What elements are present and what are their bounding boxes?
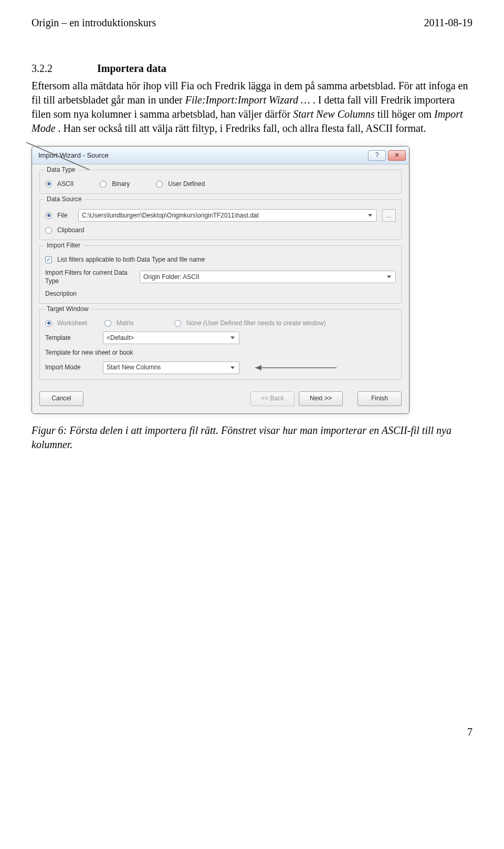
- file-path-value: C:\Users\lundburgerr\Desktop\Originkurs\…: [82, 211, 259, 220]
- radio-file[interactable]: [45, 212, 52, 219]
- section-title: Importera data: [97, 63, 166, 74]
- header-left: Origin – en introduktionskurs: [32, 16, 156, 30]
- label-description: Description: [45, 289, 134, 298]
- radio-binary-label: Binary: [112, 180, 130, 188]
- radio-userdef-label: User Defined: [168, 180, 205, 188]
- radio-ascii-label: ASCII: [57, 180, 74, 188]
- import-wizard-dialog: Import Wizard - Source ? ✕ Data Type ASC…: [32, 146, 410, 414]
- checkbox-list-filters-label: List filters applicable to both Data Typ…: [57, 255, 205, 264]
- dialog-figure: Import Wizard - Source ? ✕ Data Type ASC…: [32, 146, 472, 414]
- filters-for-combo[interactable]: Origin Folder: ASCII: [140, 271, 396, 283]
- radio-clipboard[interactable]: [45, 227, 52, 234]
- radio-matrix[interactable]: [104, 320, 111, 327]
- radio-ascii[interactable]: [45, 181, 52, 188]
- radio-worksheet-label: Worksheet: [57, 319, 99, 327]
- group-data-type: Data Type ASCII Binary User Defined: [39, 170, 402, 194]
- radio-file-label: File: [57, 211, 73, 220]
- menu-path: File:Import:Import Wizard …: [185, 94, 310, 106]
- next-button[interactable]: Next >>: [299, 391, 343, 406]
- help-button[interactable]: ?: [368, 150, 386, 161]
- section-number: 3.2.2: [32, 61, 94, 76]
- import-mode-combo[interactable]: Start New Columns: [103, 361, 239, 374]
- group-label: Import Filter: [44, 241, 83, 250]
- paragraph: Eftersom alla mätdata hör ihop vill Fia …: [32, 79, 472, 136]
- figure-caption: Figur 6: Första delen i att importera fi…: [32, 423, 472, 452]
- label-filters-for: Import Filters for current Data Type: [45, 268, 134, 285]
- group-import-filter: Import Filter List filters applicable to…: [39, 245, 402, 304]
- label-template: Template: [45, 334, 98, 342]
- text: . Han ser också till att välja rätt filt…: [58, 122, 426, 134]
- file-path-combo[interactable]: C:\Users\lundburgerr\Desktop\Originkurs\…: [78, 209, 377, 222]
- radio-binary[interactable]: [100, 181, 107, 188]
- radio-userdef[interactable]: [156, 181, 163, 188]
- dialog-body: Data Type ASCII Binary User Defined Data…: [32, 164, 409, 391]
- import-mode-value: Start New Columns: [107, 363, 161, 371]
- radio-none-label: None (User Defined filter needs to creat…: [186, 319, 326, 327]
- radio-worksheet[interactable]: [45, 320, 52, 327]
- svg-marker-3: [255, 365, 261, 370]
- group-data-source: Data Source File C:\Users\lundburgerr\De…: [39, 199, 402, 240]
- label-template-new: Template for new sheet or book: [45, 348, 133, 357]
- section-heading: 3.2.2 Importera data: [32, 61, 472, 76]
- checkbox-list-filters[interactable]: [45, 256, 52, 263]
- help-icon: ?: [375, 151, 379, 159]
- titlebar-buttons: ? ✕: [368, 150, 406, 161]
- template-value: <Default>: [107, 334, 134, 342]
- header-right: 2011-08-19: [424, 16, 472, 30]
- cancel-button[interactable]: Cancel: [39, 391, 83, 406]
- page-header: Origin – en introduktionskurs 2011-08-19: [32, 16, 472, 30]
- group-label: Target Window: [44, 305, 91, 313]
- dialog-button-row: Cancel << Back Next >> Finish: [32, 391, 409, 413]
- label-import-mode: Import Mode: [45, 363, 98, 371]
- close-button[interactable]: ✕: [388, 150, 406, 161]
- close-icon: ✕: [394, 151, 400, 159]
- group-label: Data Type: [44, 165, 78, 174]
- group-target-window: Target Window Worksheet Matrix None (Use…: [39, 309, 402, 379]
- ui-term: Start New Columns: [293, 108, 375, 120]
- finish-button[interactable]: Finish: [358, 391, 402, 406]
- radio-matrix-label: Matrix: [117, 319, 169, 327]
- radio-clipboard-label: Clipboard: [57, 226, 84, 234]
- group-label: Data Source: [44, 195, 85, 203]
- template-combo[interactable]: <Default>: [103, 332, 239, 344]
- page-number: 7: [32, 725, 472, 739]
- ellipsis-icon: …: [386, 212, 392, 220]
- back-button[interactable]: << Back: [250, 391, 295, 406]
- browse-button[interactable]: …: [382, 209, 396, 222]
- annotation-arrow-right: [245, 361, 339, 374]
- filters-for-value: Origin Folder: ASCII: [143, 273, 200, 281]
- radio-none[interactable]: [174, 320, 181, 327]
- text: till höger om: [377, 108, 434, 120]
